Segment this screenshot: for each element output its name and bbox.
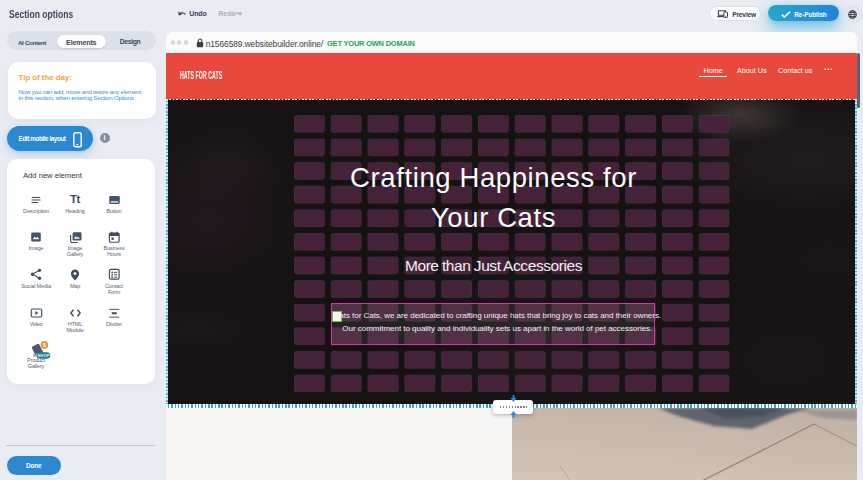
svg-text:$: $ [43,342,46,348]
